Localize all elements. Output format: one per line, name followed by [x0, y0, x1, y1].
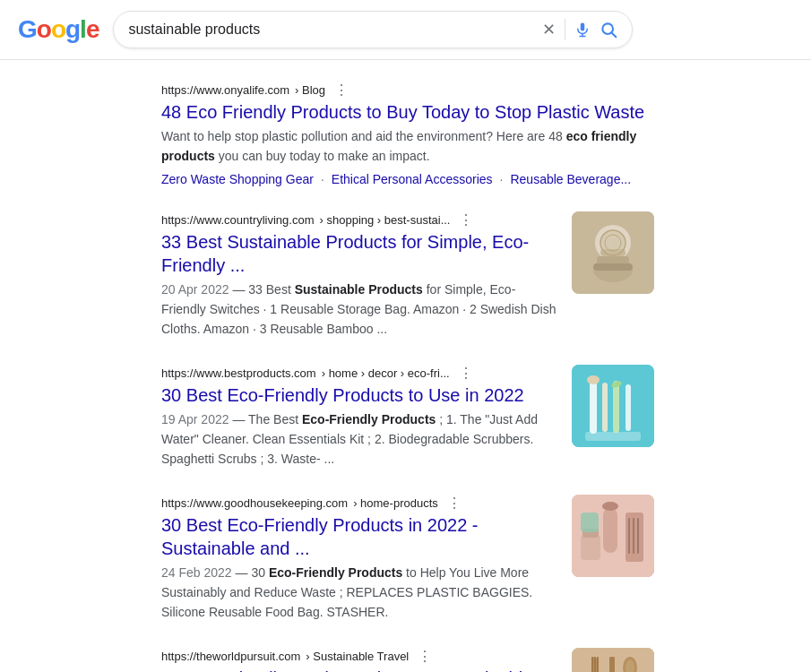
svg-rect-18 — [613, 381, 619, 433]
sitelink-zero-waste: Zero Waste Shopping Gear — [161, 172, 314, 186]
result-title-link-3[interactable]: 30 Best Eco-Friendly Products to Use in … — [161, 383, 557, 407]
svg-rect-9 — [593, 263, 633, 271]
sitelink-dot-2: · — [500, 172, 504, 186]
svg-rect-28 — [603, 508, 617, 553]
search-bar: ✕ — [113, 11, 633, 48]
svg-rect-0 — [581, 23, 585, 31]
result-thumbnail-4 — [572, 495, 654, 577]
result-date-2: 20 Apr 2022 — [161, 282, 229, 297]
result-menu-icon-3[interactable]: ⋮ — [459, 365, 473, 382]
svg-rect-26 — [633, 518, 634, 554]
result-url-2: https://www.countryliving.com — [161, 213, 315, 227]
logo-letter-g: g — [65, 15, 80, 43]
sitelink-reusable: Reusable Beverage... — [510, 172, 631, 186]
result-sitelinks-1: Zero Waste Shopping Gear · Ethical Perso… — [161, 172, 654, 186]
result-title-link-4[interactable]: 30 Best Eco-Friendly Products in 2022 - … — [161, 513, 557, 560]
svg-rect-10 — [597, 256, 629, 263]
result-thumbnail-2 — [572, 211, 654, 294]
svg-point-29 — [602, 502, 618, 511]
search-submit-icon[interactable] — [600, 21, 617, 39]
svg-rect-22 — [585, 432, 641, 441]
svg-rect-27 — [637, 518, 639, 554]
logo-letter-l: l — [80, 15, 86, 43]
search-separator — [565, 19, 565, 40]
result-url-row-1: https://www.onyalife.com › Blog ⋮ — [161, 82, 654, 99]
result-title-2: 33 Best Sustainable Products for Simple,… — [161, 230, 557, 277]
result-url-1: https://www.onyalife.com — [161, 83, 289, 97]
result-title-3: 30 Best Eco-Friendly Products to Use in … — [161, 383, 557, 407]
logo-letter-e: e — [86, 15, 99, 43]
sitelink-ethical: Ethical Personal Accessories — [332, 172, 493, 186]
result-item-2: https://www.countryliving.com › shopping… — [161, 211, 654, 340]
result-thumbnail-3 — [572, 365, 654, 447]
svg-point-20 — [587, 375, 600, 384]
clear-icon[interactable]: ✕ — [542, 20, 556, 39]
result-text-5: https://theworldpursuit.com › Sustainabl… — [161, 648, 557, 672]
result-date-4: 24 Feb 2022 — [161, 565, 232, 580]
result-text-2: https://www.countryliving.com › shopping… — [161, 211, 557, 340]
svg-line-4 — [612, 33, 617, 38]
logo-letter-o2: o — [51, 15, 65, 43]
result-url-3: https://www.bestproducts.com — [161, 366, 316, 380]
result-menu-icon-2[interactable]: ⋮ — [459, 211, 473, 228]
result-breadcrumb-5: › Sustainable Travel — [306, 650, 409, 663]
svg-rect-36 — [594, 657, 596, 672]
result-title-link-2[interactable]: 33 Best Sustainable Products for Simple,… — [161, 230, 557, 277]
result-url-4: https://www.goodhousekeeping.com — [161, 496, 348, 510]
mic-icon[interactable] — [574, 22, 591, 38]
result-snippet-4: 24 Feb 2022 — 30 Eco-Friendly Products t… — [161, 564, 557, 623]
result-title-1: 48 Eco Friendly Products to Buy Today to… — [161, 100, 654, 124]
result-url-row-3: https://www.bestproducts.com › home › de… — [161, 365, 557, 382]
svg-rect-19 — [626, 384, 631, 431]
result-text-1: https://www.onyalife.com › Blog ⋮ 48 Eco… — [161, 82, 654, 186]
result-item-5: https://theworldpursuit.com › Sustainabl… — [161, 648, 654, 672]
logo-letter-G: G — [18, 15, 37, 43]
result-item-4: https://www.goodhousekeeping.com › home-… — [161, 495, 654, 623]
svg-rect-17 — [602, 383, 608, 432]
result-snippet-1: Want to help stop plastic pollution and … — [161, 127, 654, 167]
result-date-3: 19 Apr 2022 — [161, 412, 229, 426]
search-input[interactable] — [128, 22, 533, 38]
result-thumbnail-5 — [572, 648, 654, 672]
results-container: https://www.onyalife.com › Blog ⋮ 48 Eco… — [0, 60, 811, 672]
result-item-3: https://www.bestproducts.com › home › de… — [161, 365, 654, 470]
svg-rect-30 — [581, 535, 600, 560]
svg-rect-32 — [581, 513, 599, 532]
result-menu-icon-1[interactable]: ⋮ — [334, 82, 349, 99]
result-url-row-5: https://theworldpursuit.com › Sustainabl… — [161, 648, 557, 665]
result-breadcrumb-2: › shopping › best-sustai... — [320, 213, 451, 227]
result-breadcrumb-4: › home-products — [353, 496, 438, 510]
svg-rect-16 — [590, 378, 597, 434]
svg-rect-25 — [628, 518, 630, 554]
result-url-row-4: https://www.goodhousekeeping.com › home-… — [161, 495, 557, 512]
result-url-5: https://theworldpursuit.com — [161, 650, 300, 663]
sitelink-ethical-link[interactable]: Ethical Personal Accessories — [332, 172, 493, 186]
result-menu-icon-5[interactable]: ⋮ — [418, 648, 432, 665]
svg-rect-37 — [597, 657, 599, 672]
logo-letter-o1: o — [37, 15, 51, 43]
result-snippet-2: 20 Apr 2022 — 33 Best Sustainable Produc… — [161, 280, 557, 340]
result-text-4: https://www.goodhousekeeping.com › home-… — [161, 495, 557, 623]
header: Google ✕ — [0, 0, 811, 60]
sitelink-dot-1: · — [321, 172, 324, 186]
result-title-4: 30 Best Eco-Friendly Products in 2022 - … — [161, 513, 557, 560]
result-item: https://www.onyalife.com › Blog ⋮ 48 Eco… — [161, 82, 654, 186]
svg-point-14 — [609, 239, 617, 246]
result-snippet-3: 19 Apr 2022 — The Best Eco-Friendly Prod… — [161, 410, 557, 470]
sitelink-zero-waste-link[interactable]: Zero Waste Shopping Gear — [161, 172, 314, 186]
result-title-5: 35 Eco Friendly Products That Are Sustai… — [161, 667, 557, 672]
result-breadcrumb-3: › home › decor › eco-fri... — [322, 366, 450, 380]
result-text-3: https://www.bestproducts.com › home › de… — [161, 365, 557, 470]
svg-rect-35 — [591, 657, 593, 672]
result-url-row-2: https://www.countryliving.com › shopping… — [161, 211, 557, 228]
result-title-link-5[interactable]: 35 Eco Friendly Products That Are Sustai… — [161, 667, 557, 672]
google-logo: Google — [18, 15, 99, 44]
result-menu-icon-4[interactable]: ⋮ — [447, 495, 462, 512]
result-title-link-1[interactable]: 48 Eco Friendly Products to Buy Today to… — [161, 100, 654, 124]
result-breadcrumb-1: › Blog — [295, 83, 325, 97]
sitelink-reusable-link[interactable]: Reusable Beverage... — [510, 172, 631, 186]
